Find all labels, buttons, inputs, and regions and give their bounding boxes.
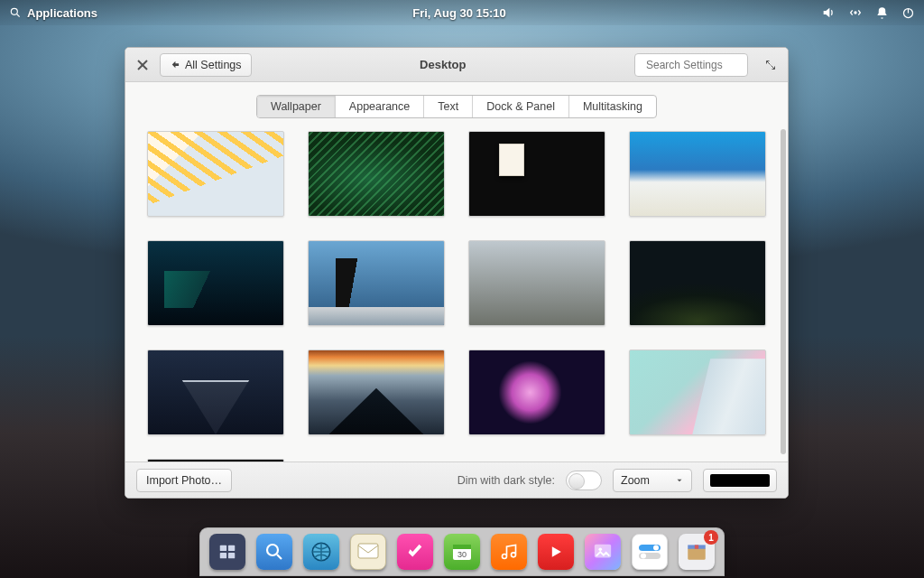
color-preview <box>710 474 770 487</box>
scrollbar[interactable] <box>781 129 786 454</box>
svg-point-25 <box>641 554 646 559</box>
svg-line-1 <box>17 14 20 17</box>
tasks-icon[interactable] <box>397 534 433 570</box>
music-icon[interactable] <box>491 534 527 570</box>
back-arrow-icon <box>170 60 180 70</box>
background-color-button[interactable] <box>703 469 777 492</box>
svg-text:30: 30 <box>457 550 467 559</box>
svg-point-2 <box>855 12 856 14</box>
svg-rect-9 <box>220 545 226 551</box>
fit-value: Zoom <box>621 474 650 487</box>
dock: 301 <box>199 527 725 576</box>
applications-menu[interactable]: Applications <box>9 6 97 20</box>
session-icon[interactable] <box>901 6 915 20</box>
back-label: All Settings <box>185 59 242 71</box>
search-icon <box>9 6 22 19</box>
wallpaper-half-dome-night[interactable] <box>147 350 284 435</box>
search-settings[interactable] <box>634 53 748 77</box>
dim-label: Dim with dark style: <box>457 474 555 487</box>
import-photo-button[interactable]: Import Photo… <box>136 469 232 492</box>
back-all-settings-button[interactable]: All Settings <box>160 53 252 77</box>
tab-multitasking[interactable]: Multitasking <box>569 96 656 117</box>
dim-toggle[interactable] <box>566 471 602 490</box>
svg-rect-10 <box>228 545 235 551</box>
svg-point-23 <box>653 545 659 551</box>
svg-point-21 <box>598 547 602 551</box>
window-titlebar: All Settings Desktop <box>125 48 788 82</box>
wallpaper-content <box>125 127 788 461</box>
appcenter-icon[interactable]: 1 <box>679 534 715 570</box>
svg-rect-11 <box>220 553 226 558</box>
videos-icon[interactable] <box>538 534 574 570</box>
svg-point-13 <box>267 545 278 555</box>
svg-rect-28 <box>695 545 698 548</box>
svg-rect-16 <box>358 544 378 558</box>
notifications-icon[interactable] <box>875 6 889 20</box>
switchboard-icon[interactable] <box>632 534 668 570</box>
close-icon <box>137 60 148 70</box>
import-label: Import Photo… <box>146 474 222 487</box>
wallpaper-green-fern[interactable] <box>308 131 445 217</box>
chevron-down-icon <box>675 476 684 485</box>
wallpaper-dark-room[interactable] <box>468 131 605 217</box>
svg-rect-12 <box>228 553 235 558</box>
svg-point-0 <box>11 8 17 14</box>
wallpaper-pink-dahlia[interactable] <box>468 350 605 435</box>
tab-dock-panel[interactable]: Dock & Panel <box>473 96 569 117</box>
wallpaper-solid-black[interactable] <box>147 459 284 461</box>
wallpaper-snowy-roof[interactable] <box>468 240 605 326</box>
settings-tabbar: WallpaperAppearanceTextDock & PanelMulti… <box>125 82 788 127</box>
mail-icon[interactable] <box>350 534 386 570</box>
applications-label: Applications <box>27 6 97 20</box>
wallpaper-toolbar: Import Photo… Dim with dark style: Zoom <box>125 461 788 498</box>
update-badge: 1 <box>704 530 718 545</box>
calendar-icon[interactable]: 30 <box>444 534 480 570</box>
web-icon[interactable] <box>303 534 339 570</box>
wallpaper-pier-sunset[interactable] <box>308 350 445 435</box>
wallpaper-grid <box>147 131 766 461</box>
top-panel: Applications Fri, Aug 30 15:10 <box>0 0 924 25</box>
tab-text[interactable]: Text <box>424 96 473 117</box>
wallpaper-pastel-building[interactable] <box>629 350 766 435</box>
wallpaper-sea-arch[interactable] <box>308 240 445 326</box>
tab-wallpaper[interactable]: Wallpaper <box>257 96 336 117</box>
photos-icon[interactable] <box>585 534 621 570</box>
maximize-icon <box>765 60 776 70</box>
multitasking-icon[interactable] <box>209 534 245 570</box>
svg-rect-18 <box>453 545 471 549</box>
network-icon[interactable] <box>848 5 863 20</box>
clock[interactable]: Fri, Aug 30 15:10 <box>412 6 506 20</box>
fit-select[interactable]: Zoom <box>613 469 692 492</box>
maximize-button[interactable] <box>761 55 781 75</box>
window-title: Desktop <box>259 58 627 71</box>
svg-rect-26 <box>688 548 706 560</box>
wallpaper-coastline[interactable] <box>629 131 766 217</box>
wallpaper-aurora-cliffs[interactable] <box>147 240 284 326</box>
tab-appearance[interactable]: Appearance <box>336 96 424 117</box>
files-icon[interactable] <box>256 534 292 570</box>
system-settings-window: All Settings Desktop WallpaperAppearance… <box>125 47 789 499</box>
wallpaper-flower-petals[interactable] <box>147 131 284 217</box>
close-button[interactable] <box>133 55 152 75</box>
sound-icon[interactable] <box>821 5 836 20</box>
wallpaper-yosemite-valley[interactable] <box>629 240 766 326</box>
svg-line-14 <box>277 555 282 559</box>
